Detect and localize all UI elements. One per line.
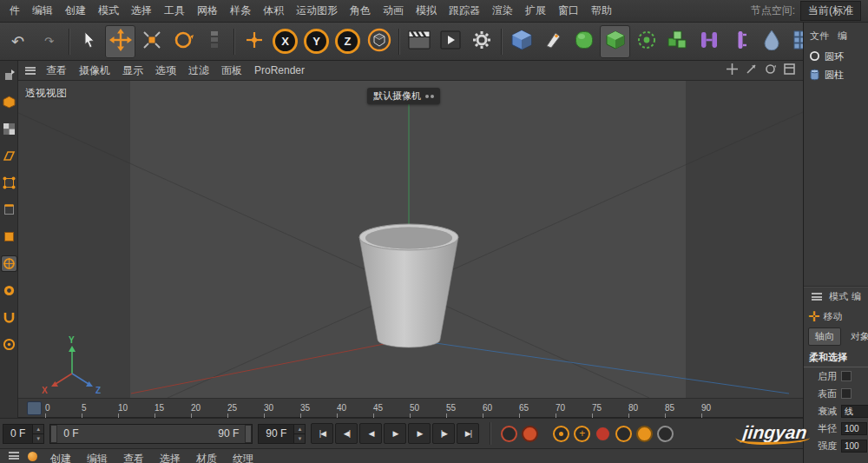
workplane-mode-button[interactable]: [2, 149, 16, 163]
keyframe-button[interactable]: [574, 426, 590, 442]
menu-item[interactable]: 扩展: [519, 0, 552, 22]
menu-item[interactable]: 跟踪器: [443, 0, 486, 22]
menu-item[interactable]: 选择: [125, 0, 158, 22]
paint-setup-button[interactable]: [2, 337, 16, 352]
playback-button[interactable]: ◀|: [335, 423, 358, 444]
primitive-cube-flyout[interactable]: [506, 25, 536, 58]
spinner-arrows-icon[interactable]: ▲▼: [293, 425, 305, 443]
keyframe-button[interactable]: [636, 426, 653, 442]
playhead[interactable]: [27, 401, 42, 415]
character-flyout[interactable]: [725, 25, 755, 58]
menu-item[interactable]: 编辑: [26, 0, 59, 22]
keyframe-button[interactable]: [501, 426, 517, 442]
viewport-solo-button[interactable]: [2, 283, 16, 298]
recent-tools-flyout[interactable]: [199, 25, 229, 58]
preview-range-slider[interactable]: 0 F 90 F: [49, 424, 253, 444]
y-axis-lock-button[interactable]: Y: [301, 25, 332, 58]
menu-item[interactable]: 模拟: [410, 0, 443, 22]
current-frame-spinner[interactable]: 0 F ▲▼: [3, 424, 44, 444]
playback-button[interactable]: ▶|: [457, 423, 479, 444]
snap-toggle-button[interactable]: [2, 310, 16, 325]
rotate-tool[interactable]: [168, 25, 198, 58]
playback-button[interactable]: |▶: [432, 423, 455, 444]
undo-button[interactable]: ↶: [3, 25, 33, 58]
generator-cube-flyout[interactable]: [600, 25, 630, 58]
redo-button[interactable]: ↷: [34, 25, 64, 58]
radius-field[interactable]: 100: [841, 422, 867, 435]
polygon-mode-button[interactable]: [2, 229, 16, 244]
render-view-button[interactable]: [404, 25, 434, 58]
axis-modifier-tool[interactable]: [239, 25, 269, 58]
z-axis-lock-button[interactable]: Z: [332, 25, 363, 58]
render-settings-button[interactable]: [466, 25, 496, 58]
material-menu-item[interactable]: 纹理: [225, 452, 261, 463]
tab-object[interactable]: 对象: [845, 328, 868, 345]
menu-item[interactable]: 角色: [344, 0, 377, 22]
viewport-menu-item[interactable]: ProRender: [248, 62, 311, 79]
spinner-arrows-icon[interactable]: ▲▼: [32, 425, 43, 443]
menu-item[interactable]: 件: [3, 0, 26, 22]
keyframe-button[interactable]: [553, 426, 569, 442]
keyframe-button[interactable]: [657, 426, 674, 442]
end-frame-spinner[interactable]: 90 F ▲▼: [258, 424, 306, 444]
volume-flyout[interactable]: [756, 25, 786, 58]
point-mode-button[interactable]: [2, 175, 16, 190]
joint-flyout[interactable]: [694, 25, 724, 58]
coordinate-system-button[interactable]: [364, 25, 394, 58]
range-end-grip[interactable]: [245, 425, 252, 443]
menu-item[interactable]: 动画: [377, 0, 410, 22]
playback-button[interactable]: ▶: [384, 423, 406, 444]
falloff-select[interactable]: 线: [841, 405, 868, 418]
spline-pen-flyout[interactable]: [537, 25, 568, 58]
viewport-menu-item[interactable]: 面板: [215, 61, 248, 81]
material-menu-item[interactable]: 选择: [152, 452, 188, 463]
object-manager-menu-item[interactable]: 编: [834, 28, 851, 44]
material-menu-item[interactable]: 编辑: [79, 452, 115, 463]
scale-tool[interactable]: [136, 25, 167, 58]
enable-checkbox[interactable]: [841, 371, 852, 381]
menu-item[interactable]: 窗口: [552, 0, 585, 22]
make-editable-button[interactable]: [2, 68, 16, 83]
menu-item[interactable]: 工具: [158, 0, 191, 22]
menu-item[interactable]: 模式: [92, 0, 125, 22]
keyframe-button[interactable]: [522, 426, 538, 442]
viewport-menu-item[interactable]: 摄像机: [73, 61, 116, 81]
live-selection-tool[interactable]: [74, 25, 104, 58]
viewport-menu-item[interactable]: 查看: [40, 61, 73, 81]
viewport-menu-item[interactable]: 显示: [116, 61, 149, 81]
playback-button[interactable]: ▶: [408, 423, 431, 444]
render-picture-viewer-button[interactable]: [435, 25, 465, 58]
zoom-view-icon[interactable]: [746, 63, 757, 77]
material-menu-icon[interactable]: [9, 452, 19, 460]
playback-button[interactable]: |◀: [311, 423, 333, 444]
viewport-menu-item[interactable]: 选项: [149, 61, 182, 81]
menu-item[interactable]: 运动图形: [290, 0, 344, 22]
object-manager-menu-item[interactable]: 文件: [806, 28, 832, 44]
material-menu-item[interactable]: 查看: [115, 452, 152, 463]
menu-item[interactable]: 样条: [224, 0, 257, 22]
material-menu-item[interactable]: 创建: [43, 452, 79, 463]
menu-item[interactable]: 帮助: [585, 0, 618, 22]
rotate-view-icon[interactable]: [765, 63, 776, 77]
attribute-menu-icon[interactable]: [812, 293, 822, 301]
object-row[interactable]: 圆柱: [804, 66, 868, 84]
cloner-flyout[interactable]: [662, 25, 693, 58]
subdivision-surface-flyout[interactable]: [569, 25, 599, 58]
viewport-canvas[interactable]: Y X Z 透视视图 默认摄像机: [18, 81, 803, 398]
material-menu-item[interactable]: 材质: [188, 452, 225, 463]
strength-field[interactable]: 100: [841, 440, 867, 453]
range-start-grip[interactable]: [50, 425, 57, 443]
attribute-menu-item[interactable]: 模式: [829, 290, 848, 303]
keyframe-button[interactable]: [595, 426, 611, 442]
viewport-menu-icon[interactable]: [25, 67, 36, 75]
node-space-selector[interactable]: 当前(标准: [800, 1, 861, 21]
range-fill[interactable]: 0 F 90 F: [57, 425, 245, 443]
soft-selection-header[interactable]: 柔和选择: [804, 347, 868, 367]
menu-item[interactable]: 创建: [59, 0, 92, 22]
tab-axis[interactable]: 轴向: [808, 327, 841, 346]
attribute-menu-item[interactable]: 编: [852, 290, 861, 303]
menu-item[interactable]: 渲染: [486, 0, 519, 22]
pan-view-icon[interactable]: [727, 63, 738, 77]
menu-item[interactable]: 网格: [191, 0, 224, 22]
playback-button[interactable]: ◀: [359, 423, 382, 444]
